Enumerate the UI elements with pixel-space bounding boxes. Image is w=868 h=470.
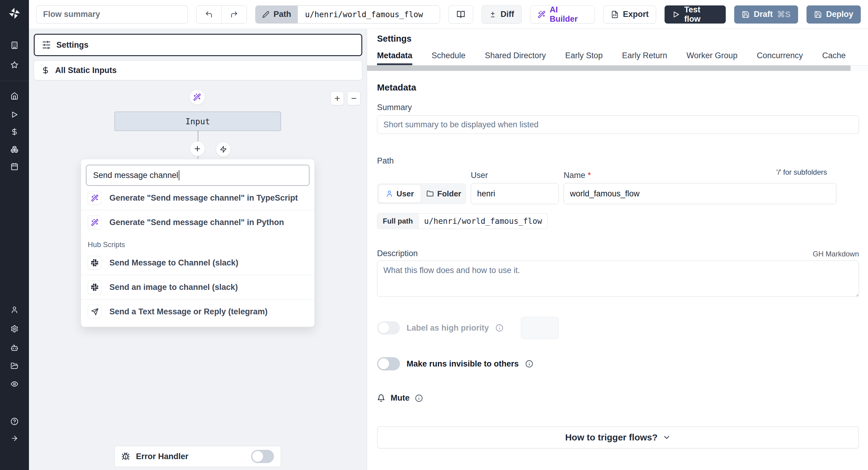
info-icon[interactable] <box>415 394 423 402</box>
wand-sparkles-icon <box>88 191 101 205</box>
zoom-in-button[interactable]: + <box>331 91 344 105</box>
step-search-input[interactable]: Send message channel <box>86 165 310 186</box>
settings-panel: Settings Metadata Schedule Shared Direct… <box>367 29 868 470</box>
expand-arrow-icon[interactable] <box>10 434 19 442</box>
redo-icon <box>230 10 238 19</box>
tab-worker-group[interactable]: Worker Group <box>687 51 738 65</box>
home-icon[interactable] <box>10 92 19 100</box>
summary-input[interactable] <box>377 115 859 134</box>
test-flow-button[interactable]: Test flow <box>664 5 726 24</box>
name-field-label: Name <box>564 171 585 180</box>
flow-settings-node[interactable]: Settings <box>34 34 362 56</box>
path-section-label: Path <box>377 156 859 166</box>
how-to-trigger-button[interactable]: How to trigger flows? <box>377 426 859 448</box>
flow-summary-input[interactable]: Flow summary <box>36 5 188 24</box>
error-handler-toggle[interactable] <box>251 450 274 463</box>
ai-wand-button[interactable] <box>189 89 205 105</box>
suggestion-generate-typescript[interactable]: Generate "Send message channel" in TypeS… <box>81 186 314 210</box>
docs-button[interactable] <box>448 5 473 24</box>
book-open-icon <box>457 10 465 19</box>
wand-sparkles-icon <box>88 215 101 229</box>
audit-eye-icon[interactable] <box>10 380 19 388</box>
tabs-scrollbar <box>367 65 868 71</box>
diff-button[interactable]: Diff <box>482 5 522 24</box>
tab-concurrency[interactable]: Concurrency <box>757 51 803 65</box>
required-asterisk: * <box>588 171 591 180</box>
help-icon[interactable] <box>10 417 19 425</box>
draft-button[interactable]: Draft ⌘S <box>734 5 798 24</box>
static-inputs-node[interactable]: All Static Inputs <box>34 60 362 80</box>
info-icon[interactable] <box>495 324 503 332</box>
favorites-star-icon[interactable] <box>10 61 19 69</box>
owner-user-option[interactable]: User <box>378 185 421 203</box>
tab-schedule[interactable]: Schedule <box>432 51 466 65</box>
resources-boxes-icon[interactable] <box>10 145 19 153</box>
plus-icon <box>193 145 201 153</box>
hub-item-slack-image[interactable]: Send an image to channel (slack) <box>81 275 314 299</box>
redo-button[interactable] <box>221 6 247 23</box>
flow-canvas: Settings All Static Inputs + − Input Sen… <box>29 29 367 470</box>
save-icon <box>814 10 822 19</box>
zoom-out-button[interactable]: − <box>347 91 361 105</box>
input-node[interactable]: Input <box>115 112 281 131</box>
runs-play-icon[interactable] <box>10 111 19 119</box>
add-trigger-button[interactable] <box>216 142 231 157</box>
tab-early-return[interactable]: Early Return <box>622 51 667 65</box>
tab-early-stop[interactable]: Early Stop <box>565 51 603 65</box>
user-input[interactable] <box>471 183 559 204</box>
path-edit-button[interactable]: Path u/henri/world_famous_flow <box>255 5 440 24</box>
flow-editor-app: Flow summary Path u/henri/world_famous_f… <box>0 0 868 470</box>
bell-icon <box>377 394 385 402</box>
folders-icon[interactable] <box>10 362 19 370</box>
full-path-label: Full path <box>377 213 418 229</box>
hub-item-telegram-message[interactable]: Send a Text Message or Reply (telegram) <box>81 299 314 324</box>
full-path-value: u/henri/world_famous_flow <box>418 213 548 229</box>
hub-item-slack-message[interactable]: Send Message to Channel (slack) <box>81 251 314 275</box>
play-icon <box>672 10 680 19</box>
workers-bot-icon[interactable] <box>10 344 19 352</box>
name-input[interactable] <box>564 183 836 204</box>
settings-node-label: Settings <box>56 40 89 50</box>
subfolders-hint: '/' for subfolders <box>776 168 827 180</box>
draft-shortcut: ⌘S <box>777 10 790 19</box>
invisible-toggle[interactable] <box>377 357 400 371</box>
priority-toggle[interactable] <box>377 321 400 334</box>
schedules-calendar-icon[interactable] <box>10 163 19 171</box>
dollar-icon <box>41 66 50 75</box>
invisible-label: Make runs invisible to others <box>407 359 519 369</box>
path-chip: Path <box>255 6 298 23</box>
users-icon[interactable] <box>10 306 19 314</box>
error-handler-label: Error Handler <box>136 452 188 461</box>
owner-folder-option[interactable]: Folder <box>423 185 465 203</box>
markdown-hint: GH Markdown <box>813 250 859 258</box>
suggestion-generate-python[interactable]: Generate "Send message channel" in Pytho… <box>81 210 314 234</box>
ai-builder-button[interactable]: AI Builder <box>530 5 595 24</box>
error-handler-node[interactable]: Error Handler <box>115 446 281 467</box>
wand-sparkles-icon <box>538 10 546 19</box>
windmill-logo-icon[interactable] <box>8 7 21 20</box>
scrollbar-thumb[interactable] <box>367 65 850 71</box>
hub-scripts-section-label: Hub Scripts <box>81 234 314 251</box>
telegram-send-icon <box>88 305 101 319</box>
description-textarea[interactable] <box>377 261 859 297</box>
settings-gear-icon[interactable] <box>10 325 19 333</box>
path-value: u/henri/world_famous_flow <box>298 6 440 23</box>
save-icon <box>742 10 749 19</box>
user-field-label: User <box>471 171 554 183</box>
panel-title: Settings <box>377 34 859 44</box>
workspace-icon[interactable] <box>10 41 19 49</box>
priority-label: Label as high priority <box>407 323 489 333</box>
deploy-button[interactable]: Deploy <box>807 5 861 24</box>
export-button[interactable]: Export <box>603 5 656 24</box>
tab-cache[interactable]: Cache <box>822 51 846 65</box>
undo-button[interactable] <box>196 6 221 23</box>
info-icon[interactable] <box>525 360 533 368</box>
step-search-value: Send message channel <box>93 171 178 180</box>
variables-dollar-icon[interactable] <box>10 128 19 136</box>
tab-shared-directory[interactable]: Shared Directory <box>485 51 546 65</box>
wand-sparkles-icon <box>193 93 201 101</box>
tab-metadata[interactable]: Metadata <box>377 51 412 65</box>
folder-icon <box>427 190 434 197</box>
description-label: Description <box>377 249 418 258</box>
add-step-button[interactable] <box>190 141 205 156</box>
